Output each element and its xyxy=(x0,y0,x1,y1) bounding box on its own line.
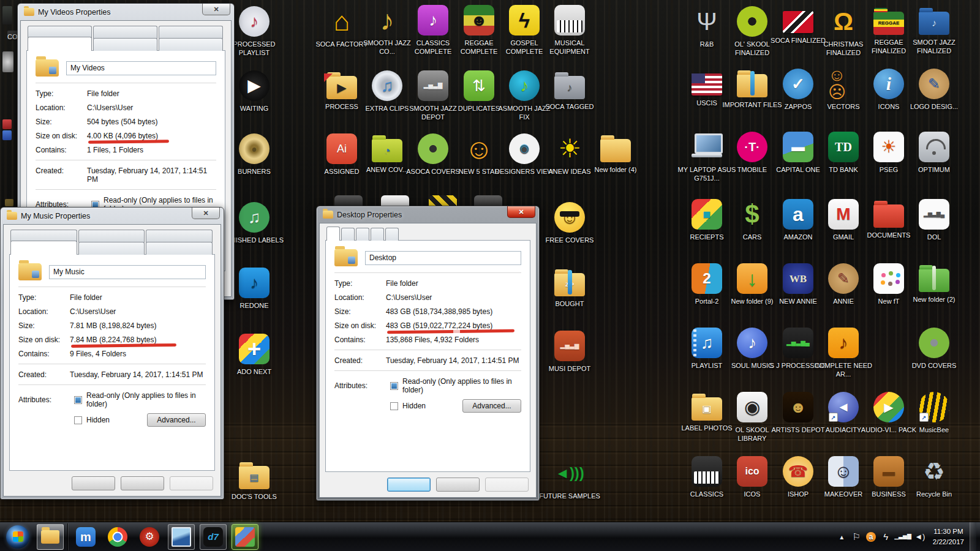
ok-button[interactable] xyxy=(72,476,115,490)
partial-edge-icon xyxy=(2,119,12,129)
tab[interactable] xyxy=(78,242,145,255)
folder-name-input[interactable] xyxy=(66,61,216,75)
taskbar-dj-app-button[interactable]: d7 xyxy=(200,524,227,550)
icon-optimum[interactable]: OPTIMUM xyxy=(903,132,965,174)
clock[interactable]: 11:30 PM 2/22/2017 xyxy=(933,527,964,547)
desktop-icon-glyph xyxy=(554,5,585,36)
partial-edge-icon xyxy=(5,199,13,206)
volume-icon[interactable]: ◄) xyxy=(914,530,926,544)
close-button[interactable]: ✕ xyxy=(192,208,220,219)
action-center-flag-icon[interactable]: ⚐ xyxy=(850,530,862,544)
cancel-button[interactable] xyxy=(121,476,164,490)
tab[interactable] xyxy=(78,230,145,242)
icon-musical-equipment[interactable]: MUSICAL EQUIPMENT xyxy=(539,5,600,56)
tab[interactable] xyxy=(356,228,369,241)
advanced-button[interactable]: Advanced... xyxy=(147,413,206,427)
icon-bought[interactable]: ZIP BOUGHT xyxy=(539,268,600,308)
icon-new-folder-4[interactable]: New folder (4) xyxy=(585,133,646,174)
show-hidden-icons-button[interactable]: ▴ xyxy=(835,530,848,544)
tab[interactable] xyxy=(146,242,213,255)
desktop-icon-label: RECIEPTS xyxy=(690,233,723,241)
tab[interactable] xyxy=(159,26,223,39)
desktop-icon-glyph: ϟ xyxy=(509,5,540,36)
tab[interactable] xyxy=(385,228,399,241)
tab[interactable] xyxy=(10,241,77,255)
icon-dol[interactable]: ▂▆▃▇▄ DOL xyxy=(903,199,965,241)
icon-free-covers[interactable]: ☺ FREE COVERS xyxy=(539,202,600,244)
tab[interactable] xyxy=(326,227,340,241)
desktop-icon-glyph: Ψ xyxy=(692,6,722,37)
read-only-checkbox[interactable] xyxy=(390,382,398,390)
close-button[interactable]: ✕ xyxy=(202,4,230,15)
icon-recycle-bin[interactable]: ♻ Recycle Bin xyxy=(903,456,965,498)
my-music-properties-window: My Music Properties ✕ Type: xyxy=(0,207,224,500)
desktop-icon-glyph: ◔ xyxy=(372,139,402,162)
desktop-icon-glyph: ▂▅▃▇ xyxy=(418,70,448,101)
desktop-icon-label: USCIS xyxy=(696,99,717,107)
taskbar-explorer-button[interactable] xyxy=(37,524,64,550)
network-signal-icon[interactable]: ▁▃▅▇ xyxy=(894,530,911,544)
read-only-checkbox[interactable] xyxy=(74,396,82,404)
hidden-checkbox[interactable] xyxy=(74,416,82,424)
advanced-button[interactable]: Advanced... xyxy=(462,399,521,413)
separator xyxy=(36,189,216,190)
icon-dvd-covers[interactable]: DVD COVERS xyxy=(903,328,965,370)
desktop-icon-glyph: + xyxy=(239,334,270,364)
desktop-titlebar[interactable]: Desktop Properties ✕ xyxy=(319,206,537,223)
cancel-button[interactable] xyxy=(436,478,480,492)
tab[interactable] xyxy=(159,38,223,51)
tab[interactable] xyxy=(146,230,213,242)
taskbar-button-icon xyxy=(6,525,29,549)
taskbar-divider[interactable] xyxy=(67,523,69,550)
desktop-icon-glyph xyxy=(737,6,767,37)
icon-ado-next[interactable]: + ADO NEXT xyxy=(224,334,285,376)
desktop-icon-label: AUDIACITY xyxy=(826,425,862,434)
taskbar-photo-viewer-button[interactable] xyxy=(168,524,195,550)
desktop-icon-label: R&B xyxy=(700,40,714,48)
icon-musi-depot[interactable]: ▂▅▃▆ MUSI DEPOT xyxy=(539,331,600,373)
icon-complete-need[interactable]: ♪ COMPLETE NEED AR... xyxy=(813,328,874,379)
icon-future-samples[interactable]: ◄))) FUTURE SAMPLES xyxy=(539,458,600,500)
hidden-checkbox[interactable] xyxy=(390,402,398,410)
separator xyxy=(36,83,216,83)
desktop-icon-glyph: 2 xyxy=(692,263,722,294)
desktop-icon-glyph xyxy=(737,74,767,97)
show-desktop-button[interactable] xyxy=(970,522,976,551)
taskbar-updater-button[interactable]: ⚙ xyxy=(136,524,163,550)
icon-docs-tools[interactable]: ▤ DOC'S TOOLS xyxy=(224,460,285,501)
tab[interactable] xyxy=(28,37,92,51)
tab[interactable] xyxy=(93,26,157,39)
taskbar-maxthon-button[interactable]: m xyxy=(72,524,99,550)
taskbar-registry-app-button[interactable] xyxy=(232,524,258,550)
icon-smoot-jazz-finalized[interactable]: ♪ SMOOT JAZZ FINALIZED xyxy=(903,6,965,56)
window-title: My Videos Properties xyxy=(38,8,111,17)
separator xyxy=(334,350,521,350)
my-music-titlebar[interactable]: My Music Properties ✕ xyxy=(3,208,221,224)
tab[interactable] xyxy=(371,228,384,241)
close-button[interactable]: ✕ xyxy=(507,206,535,218)
apply-button[interactable] xyxy=(170,476,213,490)
desktop-icon-glyph xyxy=(919,132,949,162)
desktop-icon-glyph: ◼ xyxy=(692,199,722,230)
folder-name-input[interactable] xyxy=(365,251,521,265)
power-plug-icon[interactable]: ϟ xyxy=(880,530,892,544)
avast-tray-icon[interactable]: a xyxy=(865,530,877,544)
icon-logo-design[interactable]: ✎ LOGO DESIG... xyxy=(903,69,965,111)
folder-name-input[interactable] xyxy=(49,265,206,279)
desktop-icon-glyph: ● xyxy=(239,133,270,164)
icon-soca-tagged[interactable]: ♪ SOCA TAGGED xyxy=(539,70,600,111)
taskbar-button-icon: ⚙ xyxy=(140,527,159,547)
apply-button[interactable] xyxy=(485,478,529,492)
my-videos-titlebar[interactable]: My Videos Properties ✕ xyxy=(20,4,232,20)
taskbar-chrome-button[interactable] xyxy=(104,524,131,550)
start-button[interactable] xyxy=(4,524,32,550)
desktop-icon-label: ASSIGNED xyxy=(325,167,360,176)
icon-new-folder-2[interactable]: New folder (2) xyxy=(903,263,965,304)
desktop-icon-glyph xyxy=(919,392,949,422)
desktop-icon-glyph: ◉ xyxy=(509,133,540,164)
icon-musicbee[interactable]: MusicBee xyxy=(903,392,965,434)
tab[interactable] xyxy=(341,228,355,241)
ok-button[interactable] xyxy=(387,478,431,492)
tab[interactable] xyxy=(93,38,157,51)
desktop-icon-label: MUSICAL EQUIPMENT xyxy=(539,39,600,56)
